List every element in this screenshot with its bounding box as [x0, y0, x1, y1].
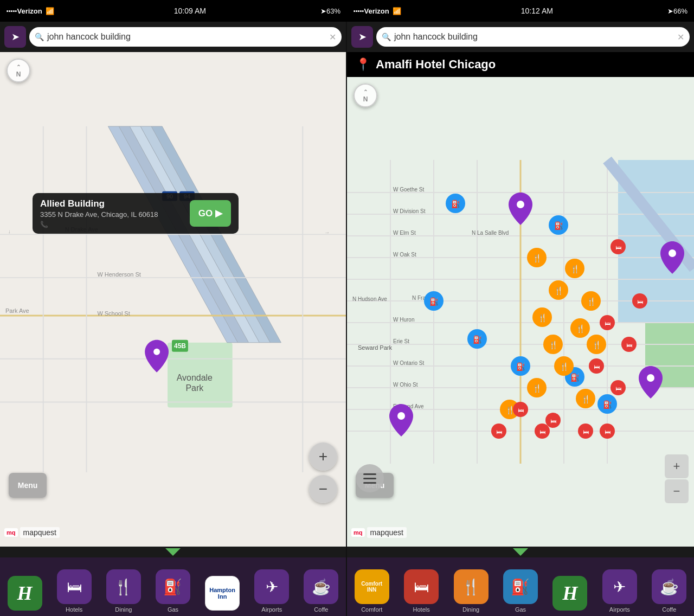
- tab-item-comfort-right[interactable]: ComfortINN Comfort: [347, 557, 396, 616]
- tab-item-hotels-right[interactable]: 🛏 Hotels: [396, 557, 446, 616]
- svg-text:🍴: 🍴: [532, 384, 542, 393]
- result-header: 📍 Amalfi Hotel Chicago: [347, 52, 694, 77]
- svg-text:🛏: 🛏: [518, 407, 524, 413]
- svg-text:N Hudson Ave: N Hudson Ave: [352, 296, 387, 302]
- tab-item-dining-left[interactable]: 🍴 Dining: [99, 557, 148, 616]
- svg-text:🍴: 🍴: [587, 297, 596, 306]
- svg-text:W Oak St: W Oak St: [393, 252, 416, 258]
- svg-text:🛏: 🛏: [583, 428, 589, 435]
- svg-text:⛽: ⛽: [570, 373, 580, 382]
- tab-item-coffee-left[interactable]: ☕ Coffe: [297, 557, 346, 616]
- tab-icon-gas-right: ⛽: [503, 569, 538, 604]
- location-popup[interactable]: Allied Building 3355 N Drake Ave, Chicag…: [33, 193, 239, 234]
- zoom-out-right[interactable]: −: [665, 479, 689, 503]
- svg-text:W Elm St: W Elm St: [393, 230, 416, 236]
- svg-text:Park Ave: Park Ave: [5, 307, 29, 314]
- svg-text:Avondale: Avondale: [177, 373, 213, 382]
- tab-item-airports-left[interactable]: ✈ Airports: [247, 557, 297, 616]
- tab-icon-hotels-left: 🛏: [57, 569, 92, 604]
- tab-item-dining-right[interactable]: 🍴 Dining: [446, 557, 496, 616]
- tab-icon-coffee-right: ☕: [652, 569, 686, 604]
- mq-text-left: mapquest: [20, 527, 60, 538]
- tab-bar-left: H 🛏 Hotels 🍴 Dining ⛽: [0, 557, 346, 616]
- tab-icon-hotels-right: 🛏: [404, 569, 439, 604]
- tab-item-hampton-left[interactable]: HamptonInn: [198, 557, 247, 616]
- screen-right: ➤ 🔍 john hancock building ✕ 📍 Amalfi Hot…: [347, 22, 694, 616]
- result-pin-icon: 📍: [356, 57, 370, 72]
- map-left[interactable]: Avondale Park 90 94: [0, 52, 346, 547]
- tab-label-dining-left: Dining: [115, 606, 132, 613]
- tab-label-hotels-right: Hotels: [413, 606, 430, 613]
- svg-text:🛏: 🛏: [637, 298, 643, 305]
- zoom-out-left[interactable]: −: [309, 475, 337, 503]
- tab-label-hotels-left: Hotels: [66, 606, 82, 613]
- hamburger-line-2: [363, 478, 376, 479]
- tab-label-airports-left: Airports: [261, 606, 282, 613]
- tab-item-hotels-left[interactable]: 🛏 Hotels: [49, 557, 99, 616]
- svg-text:Erie St: Erie St: [393, 338, 409, 344]
- tab-item-gas-right[interactable]: ⛽ Gas: [496, 557, 545, 616]
- compass-left[interactable]: ⌃ N: [7, 59, 30, 82]
- svg-text:Seward Park: Seward Park: [358, 344, 392, 351]
- svg-text:⛽: ⛽: [603, 400, 613, 409]
- svg-text:→: →: [324, 229, 330, 235]
- location-arrow-right: ➤: [667, 7, 673, 15]
- tab-label-coffee-right: Coffe: [662, 606, 676, 613]
- tab-item-holiday-left[interactable]: H: [0, 557, 49, 616]
- popup-address: 3355 N Drake Ave, Chicago, IL 60618: [40, 210, 184, 219]
- nav-button-left[interactable]: ➤: [4, 26, 26, 48]
- svg-text:⛽: ⛽: [473, 335, 483, 344]
- wifi-right: 📶: [393, 7, 401, 15]
- tab-item-coffee-right[interactable]: ☕ Coffe: [645, 557, 694, 616]
- search-input-wrap-right[interactable]: 🔍 john hancock building ✕: [376, 27, 690, 47]
- nav-button-right[interactable]: ➤: [351, 26, 373, 48]
- tab-label-gas-right: Gas: [515, 606, 526, 613]
- tab-item-holiday-right[interactable]: H: [545, 557, 595, 616]
- svg-text:🍴: 🍴: [532, 254, 542, 263]
- mapquest-logo-left: mq mapquest: [4, 527, 60, 538]
- tab-item-airports-right[interactable]: ✈ Airports: [595, 557, 644, 616]
- battery-right: 66%: [673, 7, 687, 15]
- svg-text:🍴: 🍴: [554, 286, 564, 296]
- svg-text:W Ohio St: W Ohio St: [393, 382, 418, 388]
- svg-point-124: [647, 374, 654, 382]
- svg-text:N La Salle Blvd: N La Salle Blvd: [472, 230, 509, 236]
- svg-text:🍴: 🍴: [570, 265, 580, 274]
- svg-text:🛏: 🛏: [594, 363, 600, 370]
- hamburger-menu-button[interactable]: [356, 464, 384, 492]
- map-right[interactable]: W Goethe St W Division St W Elm St W Oak…: [347, 77, 694, 547]
- tab-icon-dining-left: 🍴: [106, 569, 141, 604]
- compass-right[interactable]: ⌃ N: [354, 84, 377, 107]
- zoom-in-left[interactable]: +: [309, 442, 337, 471]
- tab-item-gas-left[interactable]: ⛽ Gas: [148, 557, 197, 616]
- mapquest-logo-right: mq mapquest: [351, 527, 407, 538]
- svg-text:🛏: 🛏: [605, 320, 611, 326]
- svg-text:⛽: ⛽: [451, 200, 461, 209]
- hamburger-line-1: [363, 473, 376, 475]
- menu-button-left[interactable]: Menu: [9, 473, 47, 498]
- svg-text:🛏: 🛏: [496, 428, 502, 435]
- svg-text:🍴: 🍴: [576, 324, 586, 333]
- map-svg-right: W Goethe St W Division St W Elm St W Oak…: [347, 77, 694, 547]
- nav-arrow-icon: ➤: [11, 31, 20, 43]
- zoom-in-right[interactable]: +: [665, 454, 689, 478]
- wifi-left: 📶: [46, 7, 54, 15]
- svg-text:🍴: 🍴: [592, 341, 602, 350]
- location-arrow-left: ➤: [320, 7, 326, 15]
- screens-container: ➤ 🔍 john hancock building ✕ Avondale Par…: [0, 22, 694, 616]
- mq-badge-left: mq: [4, 528, 18, 537]
- search-clear-right[interactable]: ✕: [677, 32, 684, 42]
- mq-badge-right: mq: [351, 528, 365, 537]
- search-bar-left: ➤ 🔍 john hancock building ✕: [0, 22, 346, 52]
- svg-text:🍴: 🍴: [560, 362, 569, 371]
- search-icon-right: 🔍: [382, 33, 391, 41]
- svg-point-125: [669, 249, 676, 257]
- search-input-wrap-left[interactable]: 🔍 john hancock building ✕: [29, 27, 342, 47]
- svg-point-23: [153, 349, 160, 355]
- down-arrow-left: [165, 548, 181, 556]
- svg-text:🛏: 🛏: [615, 244, 621, 251]
- search-clear-left[interactable]: ✕: [329, 32, 336, 42]
- tab-icon-gas-left: ⛽: [156, 569, 190, 604]
- compass-n-left: ⌃ N: [16, 63, 21, 78]
- go-button[interactable]: GO ▶: [190, 200, 231, 227]
